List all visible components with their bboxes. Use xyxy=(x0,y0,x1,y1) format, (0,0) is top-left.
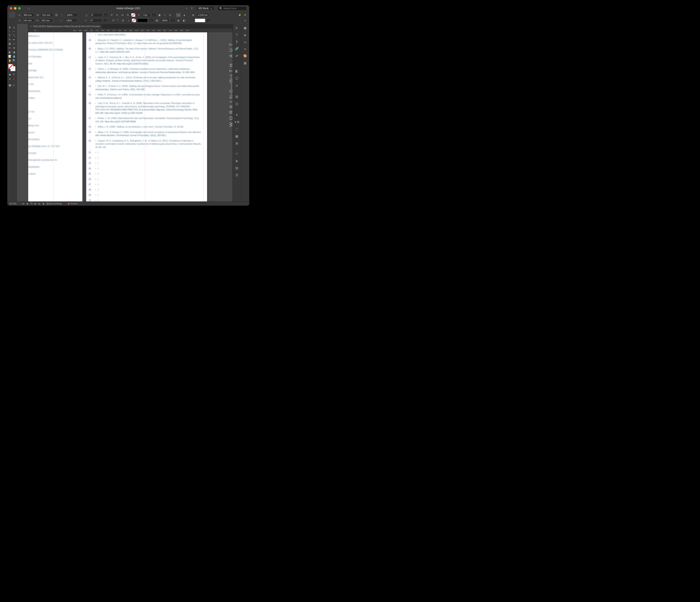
adobe-stock-search[interactable]: 🔍 Adobe Stock xyxy=(218,6,247,10)
canvas[interactable]: tac euryglycin plustflivenis.ening's: An… xyxy=(28,32,232,201)
gear-icon[interactable]: ✲ xyxy=(243,13,247,17)
guide[interactable] xyxy=(207,32,207,201)
zoom-level[interactable]: 96.23% xyxy=(9,202,17,205)
direct-selection-tool[interactable]: △ xyxy=(12,25,16,29)
close-tab-icon[interactable]: × xyxy=(30,25,31,28)
settings-icon[interactable]: ✦⚙ xyxy=(234,120,240,124)
share-icon[interactable]: ⇪ xyxy=(191,7,193,10)
pencil-tool[interactable]: ✏ xyxy=(12,38,16,42)
rectangle-frame-tool[interactable]: ⊠ xyxy=(8,42,12,46)
swatch-panel-icon[interactable]: ◧ xyxy=(235,69,238,73)
align-bottom-icon[interactable]: ⊥ xyxy=(126,19,130,22)
shear-dropdown[interactable]: ⌄ xyxy=(103,19,108,22)
text-wrap-around[interactable]: ▦ xyxy=(182,13,186,17)
glyph-icon[interactable]: A xyxy=(236,84,238,87)
liquid-icon[interactable]: ◈ xyxy=(235,159,238,163)
page-number[interactable]: 78 xyxy=(30,202,32,205)
effects-icon[interactable]: ◐ xyxy=(176,19,181,22)
align-panel-icon[interactable]: ▤ xyxy=(235,95,238,98)
properties-icon[interactable]: ⫸ xyxy=(235,26,239,30)
nav-next-icon[interactable]: ▶ xyxy=(34,202,36,205)
color-dropdown[interactable]: ⌄ xyxy=(206,19,211,22)
view-mode-preview[interactable]: □ xyxy=(12,83,16,87)
rotate-input[interactable] xyxy=(90,13,102,17)
character-icon[interactable]: T xyxy=(236,33,238,37)
notes-icon[interactable]: ▤ xyxy=(235,166,238,170)
apply-none[interactable]: ● xyxy=(12,77,16,81)
eyedropper-tool[interactable]: 💧 xyxy=(12,54,16,58)
align-top-icon[interactable]: ⊤ xyxy=(116,19,120,22)
text-wrap-none[interactable]: ≡ xyxy=(176,13,181,17)
gap-tool[interactable]: ↔ xyxy=(12,29,16,33)
horizontal-ruler[interactable]: 5020021022023024025026027028029030031032… xyxy=(28,29,232,32)
wand-icon[interactable]: ✦ xyxy=(235,113,238,117)
reference-point[interactable] xyxy=(9,12,15,18)
rectangle-tool[interactable]: □ xyxy=(12,42,16,46)
x-input[interactable] xyxy=(22,13,34,17)
pen-tool[interactable]: ✎ xyxy=(8,38,12,42)
color-swatch[interactable] xyxy=(195,19,205,22)
scale-x-input[interactable] xyxy=(65,13,78,17)
h-input[interactable] xyxy=(40,19,53,22)
type-tool[interactable]: T xyxy=(8,33,12,38)
transform-panel-icon[interactable]: ✧ xyxy=(235,152,238,156)
stroke-style[interactable] xyxy=(137,19,148,22)
frame-fit-icon[interactable]: ▣ xyxy=(157,13,161,17)
nav-last-icon[interactable]: ⏭ xyxy=(39,202,41,205)
list-icon[interactable]: ☰ xyxy=(235,173,238,177)
apply-text[interactable]: T xyxy=(12,73,16,77)
scale-y-input[interactable] xyxy=(65,19,77,22)
link-panel-icon[interactable]: 🔗 xyxy=(235,47,239,50)
rotate-cw-icon[interactable]: ↻ xyxy=(115,13,119,17)
nav-first-icon[interactable]: ⏮ xyxy=(22,202,24,205)
gradient-tool[interactable]: ◐ xyxy=(8,50,12,54)
pages-icon[interactable]: ▣ xyxy=(244,26,247,30)
preflight-errors[interactable]: 4 errors xyxy=(68,202,78,205)
flip-v-icon[interactable]: ⇅ xyxy=(126,13,130,17)
home-icon[interactable]: ⌂ xyxy=(28,7,30,10)
scissors-tool[interactable]: ✂ xyxy=(8,46,12,50)
shear-input[interactable] xyxy=(89,19,102,22)
workspace-switcher[interactable]: MS Book ⌄ xyxy=(196,6,215,10)
fill-stroke-swatch[interactable] xyxy=(8,64,16,71)
apply-color[interactable]: ● xyxy=(8,77,12,81)
nav-prev-icon[interactable]: ◀ xyxy=(26,202,28,205)
opacity-dropdown[interactable]: › xyxy=(171,19,175,22)
grid-icon[interactable]: ⊞ xyxy=(235,142,238,145)
guide[interactable] xyxy=(86,32,86,201)
menu-icon[interactable]: ≡ xyxy=(243,19,247,22)
table-icon[interactable]: ▦ xyxy=(235,135,238,138)
gradient-feather-tool[interactable]: ◑ xyxy=(12,50,16,54)
guide[interactable] xyxy=(203,32,204,201)
swatches-icon[interactable]: ▦ xyxy=(244,61,247,65)
close-button[interactable] xyxy=(10,7,12,9)
swap-icon[interactable]: ⇄ xyxy=(235,54,238,57)
scrollbar-thumb[interactable] xyxy=(231,74,232,99)
selection-tool[interactable]: ▲ xyxy=(8,25,12,29)
opacity-input[interactable] xyxy=(160,19,169,22)
dimension-input[interactable] xyxy=(197,13,209,17)
master-icon[interactable]: ◉ xyxy=(43,202,45,205)
stroke-weight-input[interactable] xyxy=(142,13,150,17)
rotate-ccw-icon[interactable]: ↺ xyxy=(109,13,114,17)
note-tool[interactable]: 📝 xyxy=(8,54,12,58)
pathfinder-icon[interactable]: ◫ xyxy=(235,102,238,105)
flip-h-icon[interactable]: ⇋ xyxy=(120,13,125,17)
links-icon[interactable]: ∞ xyxy=(244,40,246,44)
corner-icon[interactable]: ◧ xyxy=(182,19,186,22)
fx-label[interactable]: fx. xyxy=(169,14,172,16)
hand-tool[interactable]: ✋ xyxy=(8,59,12,63)
maximize-button[interactable] xyxy=(18,7,21,9)
bolt-icon[interactable]: ⚡ xyxy=(238,13,242,17)
y-input[interactable] xyxy=(22,19,34,22)
document-tab[interactable]: × *2022-08 BPS Stalking Resource FINAL[7… xyxy=(28,24,102,28)
minimize-button[interactable] xyxy=(14,7,17,9)
stroke-panel-icon[interactable]: ≡ xyxy=(244,47,246,51)
rotate-dropdown[interactable]: ⌄ xyxy=(104,13,108,17)
style-status[interactable]: [Basic] (working) xyxy=(47,202,62,205)
stroke-style-dropdown[interactable]: ⌄ xyxy=(149,19,153,22)
fill-swatch[interactable] xyxy=(131,13,135,17)
info-icon[interactable]: ⓘ xyxy=(235,76,239,80)
link-icon[interactable]: ⛓ xyxy=(54,13,58,17)
transform-tool[interactable]: ⟲ xyxy=(12,46,16,50)
